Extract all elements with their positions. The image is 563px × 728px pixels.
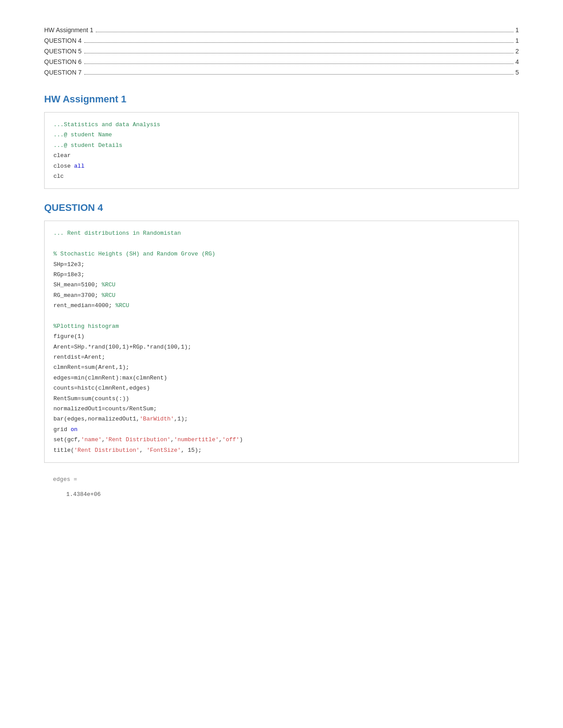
q4-line-rentdist: rentdist=Arent;	[53, 352, 510, 362]
q4-comment-rcu1: %RCU	[102, 281, 115, 288]
q4-line-arent: Arent=SHp.*rand(100,1)+RGp.*rand(100,1);	[53, 342, 510, 352]
toc-dots-q6	[84, 64, 514, 64]
q4-str-off: 'off'	[222, 436, 239, 443]
q4-str-rentdist: 'Rent Distribution'	[105, 436, 170, 443]
toc-item-q6: QUESTION 6 4	[44, 58, 519, 65]
q4-line-plotting-comment: %Plotting histogram	[53, 321, 510, 331]
toc-label-q5: QUESTION 5	[44, 48, 82, 55]
toc-label-hw: HW Assignment 1	[44, 26, 93, 34]
toc-page-q7: 5	[515, 69, 519, 76]
table-of-contents: HW Assignment 1 1 QUESTION 4 1 QUESTION …	[44, 26, 519, 76]
hw-assignment-heading: HW Assignment 1	[44, 94, 519, 105]
toc-page-q4: 1	[515, 37, 519, 44]
toc-dots-q4	[84, 42, 514, 43]
output-value: 1.4384e+06	[53, 491, 519, 498]
output-variable: edges =	[53, 476, 519, 483]
q4-str-title: 'Rent Distribution'	[74, 447, 140, 454]
q4-kw-on: on	[71, 426, 78, 433]
q4-str-fontsize: 'FontSize'	[147, 447, 181, 454]
q4-line-sh-rg-comment: % Stochastic Heights (SH) and Random Gro…	[53, 249, 510, 259]
output-section: edges = 1.4384e+06	[44, 476, 519, 498]
code-comment-3: ...@ student Details	[53, 142, 122, 149]
q4-line-clmnrent: clmnRent=sum(Arent,1);	[53, 362, 510, 372]
hw-assignment-code: ...Statistics and data Analysis ...@ stu…	[44, 112, 519, 189]
toc-item-q5: QUESTION 5 2	[44, 48, 519, 55]
q4-line-sh-mean: SH_mean=5100; %RCU	[53, 280, 510, 290]
code-comment-1: ...Statistics and data Analysis	[53, 121, 160, 128]
q4-line-counts: counts=histc(clmnRent,edges)	[53, 383, 510, 393]
toc-item-q7: QUESTION 7 5	[44, 69, 519, 76]
q4-str-numbertitle: 'numbertitle'	[174, 436, 219, 443]
q4-str-name: 'name'	[81, 436, 102, 443]
q4-comment-sh-rg: % Stochastic Heights (SH) and Random Gro…	[53, 251, 215, 257]
code-line-5: close all	[53, 161, 510, 171]
q4-line-normalized: normalizedOut1=counts/RentSum;	[53, 404, 510, 414]
code-line-1: ...Statistics and data Analysis	[53, 120, 510, 130]
toc-item-hw: HW Assignment 1 1	[44, 26, 519, 34]
toc-dots-hw	[96, 32, 514, 32]
q4-line-set: set(gcf,'name','Rent Distribution','numb…	[53, 435, 510, 445]
code-comment-2: ...@ student Name	[53, 131, 112, 138]
question4-section: QUESTION 4 ... Rent distributions in Ran…	[44, 202, 519, 463]
q4-line-shp: SHp=12e3;	[53, 259, 510, 270]
question4-heading: QUESTION 4	[44, 202, 519, 214]
toc-label-q4: QUESTION 4	[44, 37, 82, 44]
code-line-6: clc	[53, 171, 510, 181]
code-line-4: clear	[53, 150, 510, 161]
hw-assignment-section: HW Assignment 1 ...Statistics and data A…	[44, 94, 519, 189]
q4-line-rentsum: RentSum=sum(counts(:))	[53, 394, 510, 404]
q4-comment-rent: ... Rent distributions in Randomistan	[53, 230, 181, 236]
toc-item-q4: QUESTION 4 1	[44, 37, 519, 44]
question4-code: ... Rent distributions in Randomistan % …	[44, 221, 519, 463]
code-line-3: ...@ student Details	[53, 140, 510, 150]
q4-line-rg-mean: RG_mean=3700; %RCU	[53, 290, 510, 300]
toc-label-q7: QUESTION 7	[44, 69, 82, 76]
toc-page-q6: 4	[515, 58, 519, 65]
q4-line-grid: grid on	[53, 424, 510, 435]
q4-line-edges: edges=min(clmnRent):max(clmnRent)	[53, 373, 510, 383]
q4-comment-plotting: %Plotting histogram	[53, 323, 119, 330]
toc-page-q5: 2	[515, 48, 519, 55]
q4-line-comment-rent: ... Rent distributions in Randomistan	[53, 228, 510, 238]
toc-label-q6: QUESTION 6	[44, 58, 82, 65]
q4-comment-rcu2: %RCU	[102, 292, 115, 299]
toc-dots-q7	[84, 74, 514, 75]
toc-page-hw: 1	[515, 26, 519, 34]
q4-line-title: title('Rent Distribution', 'FontSize', 1…	[53, 445, 510, 455]
code-line-2: ...@ student Name	[53, 130, 510, 140]
q4-comment-rcu3: %RCU	[115, 302, 129, 309]
q4-line-rgp: RGp=18e3;	[53, 270, 510, 280]
q4-string-barwidth: 'BarWidth'	[140, 416, 174, 422]
q4-line-rent-median: rent_median=4000; %RCU	[53, 300, 510, 311]
toc-dots-q5	[84, 53, 514, 53]
q4-line-figure: figure(1)	[53, 331, 510, 341]
q4-line-bar: bar(edges,normalizedOut1,'BarWidth',1);	[53, 414, 510, 424]
code-kw-all: all	[74, 163, 84, 169]
